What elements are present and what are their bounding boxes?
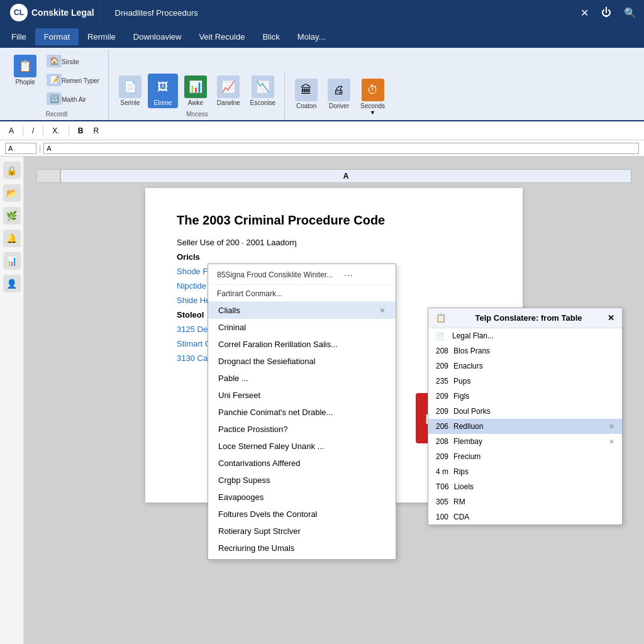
ribbon: 📋 Phople 🏠 Sirsite 📝 Remeri Typer 🔢 Mait… [0, 48, 644, 121]
dropdown-item-9[interactable]: Crgbp Supess [208, 472, 396, 489]
menu-molay[interactable]: Molay... [289, 28, 335, 45]
darwlne-label: Darwlne [217, 99, 240, 106]
sirsite-icon: 🏠 [47, 55, 62, 67]
menu-downloaview[interactable]: Downloaview [125, 28, 191, 45]
dropdown-item-4[interactable]: Uni Ferseet [208, 387, 396, 404]
item-5-code: 206 [436, 422, 448, 431]
context-item-1[interactable]: 209 Enaclurs [428, 358, 622, 374]
ribbon-btn-phople[interactable]: 📋 Phople [10, 53, 40, 87]
toolbar-divider-3 [69, 125, 69, 136]
ribbon-group-extra: 🏛 Coaton 🖨 Doriver ⏱ Seconds ▼ [286, 74, 394, 120]
context-item-9[interactable]: T06 Lioels [428, 479, 622, 494]
item-4-code: 209 [436, 407, 448, 416]
dropdown-top-item-2[interactable]: Fartirart Conmark... [213, 288, 286, 299]
dropdown-item-8[interactable]: Contarivations Alffered [208, 455, 396, 472]
sidebar-icon-chart[interactable]: 📊 [3, 252, 21, 270]
context-item-5[interactable]: 206 Redlluon ✕ [428, 419, 622, 434]
ribbon-btn-coaton[interactable]: 🏛 Coaton [291, 77, 321, 111]
item-4-label: Doul Porks [453, 407, 614, 416]
doc-title-heading: The 2003 Criminal Procedure Code [177, 213, 491, 228]
formula-divider: | [39, 144, 41, 153]
dropdown-item-10[interactable]: Eavapooges [208, 489, 396, 506]
item-6-label: Flembay [453, 437, 609, 446]
dropdown-item-12[interactable]: Rotierary Supt Strclver [208, 523, 396, 540]
dropdown-selected-item[interactable]: Clialls ✕ [208, 302, 396, 319]
formula-bar: | [0, 140, 644, 157]
dropdown-top-item-1[interactable]: 85Signa Froud Consiklite Winiter... [213, 269, 336, 282]
ribbon-btn-remeri[interactable]: 📝 Remeri Typer [43, 72, 103, 89]
dropdown-item-0[interactable]: Crininal [208, 319, 396, 336]
ribbon-btn-darwlne[interactable]: 📈 Darwlne [213, 74, 244, 108]
dropdown-item-2[interactable]: Drognacl the Sesiefiational [208, 353, 396, 370]
dropdown-item-3[interactable]: Pable ... [208, 370, 396, 387]
context-item-8[interactable]: 4 m Rips [428, 464, 622, 479]
menu-veit[interactable]: Veit Reculde [190, 28, 253, 45]
ribbon-btn-sirsite[interactable]: 🏠 Sirsite [43, 53, 103, 70]
ribbon-btn-esconise[interactable]: 📉 Esconise [247, 74, 280, 108]
sidebar-icon-lock[interactable]: 🔒 [3, 162, 21, 179]
formula-input[interactable] [43, 143, 639, 154]
context-panel-close[interactable]: ✕ [608, 313, 614, 323]
ribbon-btn-elrene[interactable]: 🖼 Elrene [148, 74, 178, 108]
dropdown-dots[interactable]: ⋯ [341, 269, 355, 282]
context-item-3[interactable]: 209 Figls [428, 389, 622, 404]
darwlne-icon: 📈 [217, 75, 240, 98]
sidebar-icon-folder[interactable]: 📂 [3, 184, 21, 202]
item-5-label: Redlluon [453, 422, 609, 431]
menu-fille[interactable]: Fille [3, 28, 35, 45]
item-5-close[interactable]: ✕ [609, 423, 614, 431]
toolbar-r[interactable]: R [89, 125, 103, 136]
dropdown-search-area: 85Signa Froud Consiklite Winiter... ⋯ [208, 267, 396, 285]
menu-format[interactable]: Format [35, 28, 79, 45]
remeri-icon: 📝 [47, 74, 62, 86]
elrene-icon: 🖼 [152, 75, 174, 98]
ribbon-btn-maith[interactable]: 🔢 Maith Air [43, 91, 103, 108]
ribbon-btn-serinle[interactable]: 📄 Serinle [115, 74, 145, 108]
window-controls: ✕ ⏻ 🔍 [578, 4, 639, 21]
menu-blick[interactable]: Blick [253, 28, 288, 45]
close-button[interactable]: ✕ [578, 4, 591, 21]
context-item-10[interactable]: 305 RM [428, 494, 622, 509]
search-button[interactable]: 🔍 [621, 4, 639, 21]
context-item-11[interactable]: 100 CDA [428, 509, 622, 525]
item-6-close[interactable]: ✕ [609, 438, 614, 446]
context-panel-top-item[interactable]: 📄 Legal Flan... [428, 328, 622, 343]
doc-bold1: Oricls [177, 252, 491, 262]
dropdown-item-5[interactable]: Panchie Conimat's net Drable... [208, 404, 396, 421]
dropdown-item-1[interactable]: Correl Faralion Rerillation Salis... [208, 336, 396, 353]
ribbon-btn-seconds[interactable]: ⏱ Seconds ▼ [357, 77, 389, 118]
dropdown-item-7[interactable]: Loce Sterned Faley Unank ... [208, 438, 396, 455]
context-item-0[interactable]: 208 Blos Prans [428, 343, 622, 358]
sidebar-icon-leaf[interactable]: 🌿 [3, 207, 21, 225]
context-item-6[interactable]: 208 Flembay ✕ [428, 434, 622, 449]
serinle-icon: 📄 [119, 75, 142, 98]
ribbon-btn-awke[interactable]: 📊 Awke [180, 74, 211, 108]
reload-button[interactable]: ⏻ [599, 4, 614, 21]
dropdown-item-13[interactable]: Recriuring the Umals [208, 540, 396, 557]
sidebar-icon-bell[interactable]: 🔔 [3, 230, 21, 247]
toolbar-slash[interactable]: / [28, 125, 38, 136]
esconise-icon: 📉 [252, 75, 274, 98]
context-item-2[interactable]: 235 Pups [428, 374, 622, 389]
toolbar-cell-a[interactable]: A [5, 125, 18, 136]
menu-rermile[interactable]: Rermile [79, 28, 125, 45]
item-6-code: 208 [436, 437, 448, 446]
doriver-label: Doriver [329, 103, 349, 109]
esconise-label: Esconise [250, 99, 276, 106]
serinle-label: Serinle [120, 99, 140, 106]
toolbar-chi[interactable]: Χ. [48, 125, 63, 136]
remeri-label: Remeri Typer [62, 77, 99, 84]
context-item-4[interactable]: 209 Doul Porks [428, 404, 622, 419]
context-item-7[interactable]: 209 Frecium [428, 449, 622, 464]
sidebar-icon-user[interactable]: 👤 [3, 275, 21, 292]
cell-reference[interactable] [5, 143, 36, 154]
group-label-recordl: Recordl [46, 111, 67, 118]
item-11-code: 100 [436, 513, 448, 521]
col-header-a[interactable]: A [60, 169, 631, 183]
dropdown-item-11[interactable]: Foltures Dvels the Contoral [208, 506, 396, 523]
maith-icon: 🔢 [47, 92, 62, 105]
ribbon-btn-doriver[interactable]: 🖨 Doriver [324, 77, 354, 111]
dropdown-item-6[interactable]: Pactice Prosistion? [208, 421, 396, 438]
toolbar-bold[interactable]: B [74, 125, 87, 136]
dropdown-selected-close[interactable]: ✕ [379, 306, 386, 315]
